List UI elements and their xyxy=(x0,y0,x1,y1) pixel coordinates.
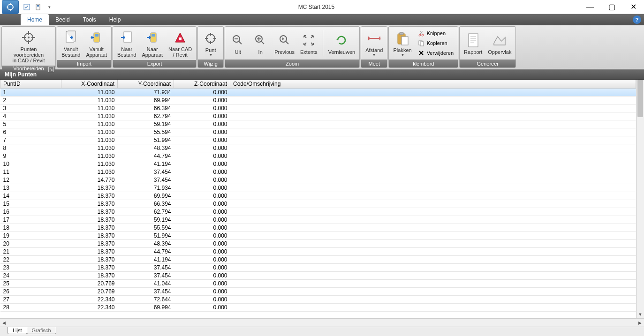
col-code[interactable]: Code/Omschrijving xyxy=(230,80,636,89)
naar-apparaat-button[interactable]: Naar Apparaat xyxy=(139,28,165,59)
table-row[interactable]: 1818.37055.5940.000 xyxy=(0,224,636,232)
svg-rect-23 xyxy=(420,42,424,46)
knippen-button[interactable]: Knippen xyxy=(415,29,456,38)
table-row[interactable]: 1111.03037.4540.000 xyxy=(0,168,636,176)
table-row[interactable]: 811.03048.3940.000 xyxy=(0,144,636,152)
cell-id: 24 xyxy=(0,272,61,280)
cell-y: 37.454 xyxy=(118,264,174,272)
kopieren-button[interactable]: Kopieren xyxy=(415,38,456,48)
cell-id: 14 xyxy=(0,192,61,200)
maximize-button[interactable]: ▢ xyxy=(601,0,622,14)
tab-help[interactable]: Help xyxy=(103,14,128,25)
table-row[interactable]: 1011.03041.1940.000 xyxy=(0,160,636,168)
zoom-in-button[interactable]: In xyxy=(250,30,271,56)
table-row[interactable]: 2218.37041.1940.000 xyxy=(0,256,636,264)
table-row[interactable]: 2620.76937.4540.000 xyxy=(0,288,636,296)
verwijderen-button[interactable]: Verwijderen xyxy=(415,48,456,58)
table-row[interactable]: 2018.37048.3940.000 xyxy=(0,240,636,248)
scroll-left-icon[interactable]: ◀ xyxy=(0,319,8,327)
scroll-down-icon[interactable]: ▼ xyxy=(636,310,644,318)
cell-y: 69.994 xyxy=(118,97,174,105)
table-row[interactable]: 2520.76941.0440.000 xyxy=(0,280,636,288)
afstand-button[interactable]: Afstand ▾ xyxy=(363,29,385,58)
vanuit-apparaat-button[interactable]: Vanuit Apparaat xyxy=(83,28,109,59)
cell-id: 28 xyxy=(0,304,61,312)
table-row[interactable]: 2318.37037.4540.000 xyxy=(0,264,636,272)
label: Extents xyxy=(300,49,318,55)
table-row[interactable]: 2722.34072.6440.000 xyxy=(0,296,636,304)
cell-code xyxy=(230,296,636,304)
table-row[interactable]: 2822.34069.9940.000 xyxy=(0,304,636,312)
zoom-uit-button[interactable]: Uit xyxy=(227,30,249,56)
cell-id: 20 xyxy=(0,240,61,248)
naar-cad-button[interactable]: Naar CAD / Revit xyxy=(166,28,194,59)
table-row[interactable]: 711.03051.9940.000 xyxy=(0,136,636,144)
cell-code xyxy=(230,280,636,288)
table-row[interactable]: 1918.37051.9940.000 xyxy=(0,232,636,240)
table-row[interactable]: 1718.37059.1940.000 xyxy=(0,216,636,224)
table-row[interactable]: 511.03059.1940.000 xyxy=(0,120,636,128)
dialog-launcher-icon[interactable]: ↘ xyxy=(48,67,54,72)
col-z[interactable]: Z-Coordinaat xyxy=(174,80,230,89)
col-puntid[interactable]: PuntID xyxy=(0,80,61,89)
cell-code xyxy=(230,216,636,224)
qat-item-2[interactable] xyxy=(34,3,42,11)
table-row[interactable]: 311.03066.3940.000 xyxy=(0,105,636,112)
col-x[interactable]: X-Coordinaat xyxy=(61,80,118,89)
horizontal-scrollbar[interactable]: ◀ ▶ xyxy=(0,318,644,327)
punten-voorbereiden-button[interactable]: Punten voorbereiden in CAD / Revit xyxy=(4,28,53,65)
table-row[interactable]: 611.03055.5940.000 xyxy=(0,128,636,136)
oppervlak-button[interactable]: Oppervlak xyxy=(485,30,514,56)
cell-z: 0.000 xyxy=(174,120,230,128)
zoom-extents-button[interactable]: Extents xyxy=(298,30,320,56)
cell-id: 26 xyxy=(0,288,61,296)
table-row[interactable]: 411.03062.7940.000 xyxy=(0,112,636,120)
label: Naar xyxy=(147,46,158,52)
tab-lijst[interactable]: Lijst xyxy=(8,327,27,334)
minimize-button[interactable]: — xyxy=(579,0,601,14)
cell-z: 0.000 xyxy=(174,176,230,184)
zoom-previous-button[interactable]: Previous xyxy=(272,30,297,56)
close-button[interactable]: ✕ xyxy=(622,0,644,14)
svg-rect-2 xyxy=(36,4,40,10)
cell-id: 18 xyxy=(0,224,61,232)
table-row[interactable]: 1214.77037.4540.000 xyxy=(0,176,636,184)
cad-export-icon xyxy=(172,29,189,46)
cell-z: 0.000 xyxy=(174,136,230,144)
naar-bestand-button[interactable]: Naar Bestand xyxy=(115,28,138,59)
qat-item-1[interactable] xyxy=(23,3,31,11)
cell-z: 0.000 xyxy=(174,152,230,160)
table-row[interactable]: 1318.37071.9340.000 xyxy=(0,184,636,192)
cell-y: 72.644 xyxy=(118,296,174,304)
help-icon[interactable]: ? xyxy=(633,15,641,24)
tab-home[interactable]: Home xyxy=(21,14,49,25)
app-icon[interactable] xyxy=(2,0,19,14)
table-row[interactable]: 1518.37066.3940.000 xyxy=(0,200,636,208)
table-row[interactable]: 2118.37044.7940.000 xyxy=(0,248,636,256)
cell-z: 0.000 xyxy=(174,304,230,312)
punt-button[interactable]: Punt ▾ xyxy=(200,29,221,58)
vernieuwen-button[interactable]: Vernieuwen xyxy=(326,30,358,56)
table-row[interactable]: 2418.37037.4540.000 xyxy=(0,272,636,280)
table-row[interactable]: 911.03044.7940.000 xyxy=(0,152,636,160)
table-row[interactable]: 1418.37069.9940.000 xyxy=(0,192,636,200)
vertical-scrollbar[interactable]: ▼ xyxy=(636,80,644,318)
report-icon xyxy=(465,32,482,49)
tab-grafisch[interactable]: Grafisch xyxy=(27,327,56,334)
cell-x: 11.030 xyxy=(61,152,118,160)
table-row[interactable]: 211.03069.9940.000 xyxy=(0,97,636,105)
plakken-button[interactable]: Plakken ▾ xyxy=(391,29,414,58)
qat-dropdown-icon[interactable]: ▾ xyxy=(45,3,53,11)
cell-code xyxy=(230,136,636,144)
table-row[interactable]: 111.03071.9340.000 xyxy=(0,89,636,97)
group-meet: Afstand ▾ Meet xyxy=(361,26,387,68)
rapport-button[interactable]: Rapport xyxy=(462,30,485,56)
scroll-right-icon[interactable]: ▶ xyxy=(636,319,644,327)
col-y[interactable]: Y-Coordinaat xyxy=(118,80,174,89)
scrollbar-thumb[interactable] xyxy=(637,80,643,117)
vanuit-bestand-button[interactable]: Vanuit Bestand xyxy=(59,28,83,59)
table-row[interactable]: 1618.37062.7940.000 xyxy=(0,208,636,216)
tab-beeld[interactable]: Beeld xyxy=(49,14,76,25)
cell-z: 0.000 xyxy=(174,248,230,256)
tab-tools[interactable]: Tools xyxy=(76,14,103,25)
